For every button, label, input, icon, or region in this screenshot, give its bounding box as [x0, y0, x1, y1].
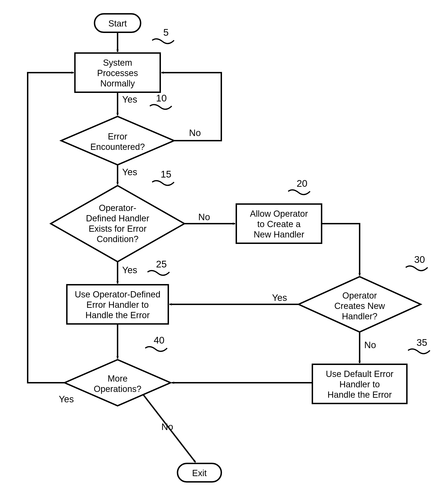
- ref-10: 10: [156, 93, 167, 104]
- svg-text:Error: Error: [108, 132, 127, 141]
- edge-n10-yes-label: Yes: [122, 167, 137, 177]
- edge-n5-n10-label: Yes: [122, 94, 137, 104]
- svg-text:Use Default Error: Use Default Error: [326, 369, 394, 379]
- n15-node: Operator- Defined Handler Exists for Err…: [51, 186, 184, 262]
- edge-n15-yes-label: Yes: [122, 265, 137, 275]
- svg-text:Creates New: Creates New: [334, 301, 385, 311]
- svg-text:Operator-: Operator-: [99, 203, 137, 213]
- n30-node: Operator Creates New Handler?: [299, 277, 421, 332]
- svg-text:Operator: Operator: [342, 291, 377, 300]
- svg-text:Allow  Operator: Allow Operator: [250, 209, 308, 219]
- ref-35: 35: [417, 337, 427, 348]
- n5-node: System Processes Normally: [75, 53, 160, 92]
- svg-marker-8: [51, 186, 184, 262]
- svg-text:Use Operator-Defined: Use Operator-Defined: [75, 290, 160, 299]
- svg-text:Normally: Normally: [100, 79, 135, 88]
- edge-n40-yes-label: Yes: [59, 394, 74, 404]
- ref-20: 20: [297, 178, 308, 189]
- svg-text:Exists for Error: Exists for Error: [89, 224, 147, 234]
- svg-text:to Create a: to Create a: [257, 219, 301, 229]
- n10-node: Error Encountered?: [61, 116, 174, 165]
- svg-text:Encountered?: Encountered?: [90, 142, 145, 152]
- start-label: Start: [108, 19, 127, 28]
- ref-40: 40: [154, 335, 165, 346]
- n25-node: Use Operator-Defined Error Handler to Ha…: [67, 285, 168, 324]
- edge-n30-no-label: No: [364, 340, 376, 350]
- svg-text:Handler to: Handler to: [339, 379, 380, 389]
- edge-n20-n30: [322, 224, 360, 276]
- flowchart-diagram: Start System Processes Normally 5 Yes Er…: [0, 0, 441, 504]
- svg-text:Handle the Error: Handle the Error: [86, 310, 150, 320]
- edge-n40-no-label: No: [161, 422, 173, 432]
- exit-label: Exit: [192, 468, 207, 478]
- svg-text:Processes: Processes: [97, 68, 138, 78]
- start-node: Start: [94, 14, 141, 32]
- ref-5: 5: [163, 27, 169, 38]
- svg-text:Defined Handler: Defined Handler: [86, 214, 149, 223]
- ref-30: 30: [414, 254, 425, 265]
- svg-text:Handler?: Handler?: [342, 312, 377, 321]
- svg-text:System: System: [103, 58, 132, 68]
- svg-text:Error Handler to: Error Handler to: [86, 300, 149, 310]
- svg-text:Handle the Error: Handle the Error: [328, 390, 392, 400]
- svg-text:Condition?: Condition?: [96, 234, 139, 244]
- edge-n30-yes-label: Yes: [272, 293, 287, 303]
- n20-node: Allow Operator to Create a New Handler: [236, 204, 322, 243]
- ref-15: 15: [161, 169, 172, 180]
- exit-node: Exit: [177, 463, 221, 482]
- n40-node: More Operations?: [64, 360, 171, 406]
- edge-n15-no-label: No: [198, 212, 210, 222]
- svg-text:New Handler: New Handler: [253, 230, 304, 239]
- svg-text:Operations?: Operations?: [94, 384, 141, 394]
- ref-25: 25: [156, 259, 167, 269]
- svg-text:More: More: [108, 374, 128, 383]
- n35-node: Use Default Error Handler to Handle the …: [312, 364, 407, 404]
- edge-n10-no-label: No: [189, 128, 201, 138]
